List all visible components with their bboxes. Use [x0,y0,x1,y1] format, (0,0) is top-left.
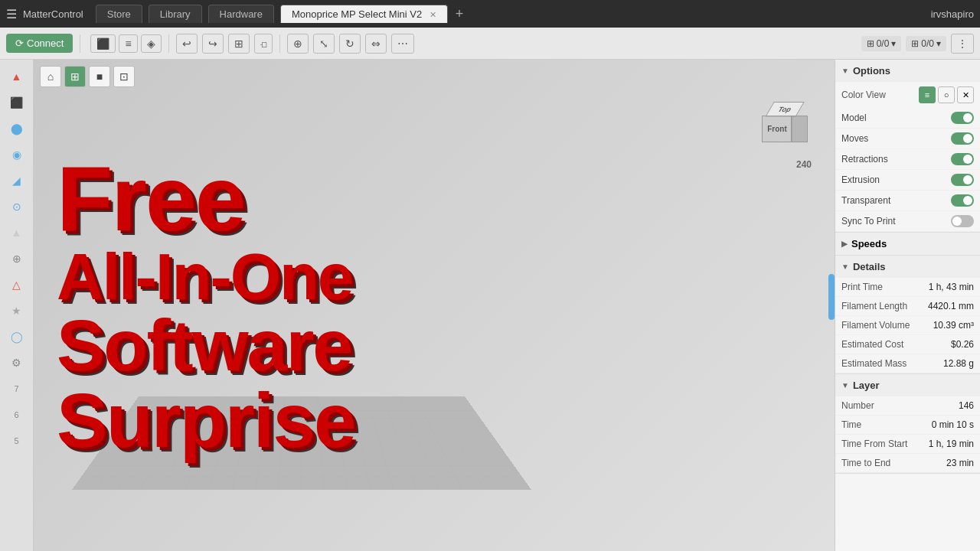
counter1[interactable]: ⊞ 0/0 ▾ [861,36,902,51]
sidebar-wedge[interactable]: ◢ [6,170,28,191]
move-button[interactable]: ⊕ [287,34,309,54]
counter2-icon: ⊞ [911,38,919,49]
layer-header[interactable]: ▼ Layer [835,374,980,396]
layer-number-value: 146 [959,400,974,411]
close-tab-icon[interactable]: ✕ [430,10,436,19]
viewport-solid-btn[interactable]: ■ [89,66,110,87]
details-label: Details [853,261,886,272]
detail-estimated-mass: Estimated Mass 12.88 g [835,354,980,373]
cv-circle-icon[interactable]: ○ [938,86,955,103]
connect-button[interactable]: ⟳ Connect [6,34,73,53]
toggle-extrusion: Extrusion [835,170,980,191]
options-section: ▼ Options Color View ≡ ○ ✕ Model Moves [835,60,980,233]
tab-hardware[interactable]: Hardware [208,5,274,23]
synctoprint-toggle[interactable] [951,215,974,227]
tab-library[interactable]: Library [149,5,202,23]
grid-button[interactable]: ⊞ [228,34,250,54]
speeds-header[interactable]: ▶ Speeds [835,233,980,255]
retractions-toggle[interactable] [951,153,974,165]
undo-button[interactable]: ↩ [176,34,198,54]
layer-timefromstart-label: Time From Start [841,439,929,449]
layer-timetoend-value: 23 min [946,458,974,468]
estimated-cost-label: Estimated Cost [841,339,951,350]
sidebar-num7: 7 [6,378,28,399]
sidebar-arrow[interactable]: △ [6,274,28,295]
redo-button[interactable]: ↪ [202,34,224,54]
detail-filament-volume: Filament Volume 10.39 cm³ [835,316,980,335]
layer-number-row: Number 146 [835,396,980,416]
viewport[interactable]: ⌂ ⊞ ■ ⊡ Top Front 240 Free All-In-One So… [34,60,835,551]
add-tab-button[interactable]: + [456,6,464,22]
counter1-value: 0/0 [877,38,890,49]
view-shape-button[interactable]: ◈ [141,34,162,53]
model-toggle[interactable] [951,112,974,124]
counter2[interactable]: ⊞ 0/0 ▾ [906,36,946,51]
toolbar-sep-3 [279,34,280,53]
estimated-cost-value: $0.26 [951,339,974,350]
details-header[interactable]: ▼ Details [835,256,980,278]
mirror-button[interactable]: ⇔ [365,34,387,54]
grid-floor [72,396,531,490]
title-bar: ☰ MatterControl Store Library Hardware M… [0,0,980,28]
sidebar-donut[interactable]: ◯ [6,326,28,347]
arrange-button[interactable]: ⟤ [254,34,273,54]
cv-x-icon[interactable]: ✕ [957,86,974,103]
filament-length-value: 4420.1 mm [928,301,974,311]
cv-layers-icon[interactable]: ≡ [919,86,936,103]
speeds-label: Speeds [851,238,887,249]
details-expand-icon: ▼ [841,262,849,271]
layer-counter: 240 [796,159,812,170]
sidebar-link[interactable]: ⊕ [6,248,28,269]
sidebar-torus[interactable]: ⊙ [6,196,28,217]
viewport-wire-btn[interactable]: ⊡ [113,66,135,87]
cube-right-face [791,116,808,142]
cube-front-face: Front [762,116,792,142]
viewport-grid-btn[interactable]: ⊞ [64,66,86,87]
nav-cube[interactable]: Top Front [758,98,812,152]
sidebar-cone[interactable]: ▲ [6,222,28,243]
extrusion-toggle[interactable] [951,174,974,186]
layer-label: Layer [853,380,880,391]
view-3d-button[interactable]: ⬛ [90,34,116,53]
toggle-model: Model [835,108,980,129]
estimated-mass-value: 12.88 g [943,358,974,369]
toggle-synctoprint-label: Sync To Print [841,216,951,227]
detail-estimated-cost: Estimated Cost $0.26 [835,335,980,354]
layer-time-value: 0 min 10 s [932,419,974,430]
color-view-row: Color View ≡ ○ ✕ [835,82,980,108]
transparent-toggle[interactable] [951,194,974,207]
toggle-transparent-label: Transparent [841,195,951,206]
sidebar-cube[interactable]: ⬛ [6,92,28,113]
sidebar-triangle[interactable]: ▲ [6,66,28,87]
sidebar-num5: 5 [6,430,28,452]
layer-time-row: Time 0 min 10 s [835,416,980,435]
estimated-mass-label: Estimated Mass [841,358,943,369]
toggle-retractions-label: Retractions [841,154,951,165]
viewport-toolbar: ⌂ ⊞ ■ ⊡ [40,66,135,87]
layer-slider[interactable] [828,274,835,320]
tab-store[interactable]: Store [96,5,142,23]
tab-printer[interactable]: Monoprice MP Select Mini V2 ✕ [280,5,448,23]
layer-time-from-start-row: Time From Start 1 h, 19 min [835,435,980,454]
sidebar-star[interactable]: ★ [6,300,28,321]
moves-toggle[interactable] [951,132,974,145]
layer-timetoend-label: Time to End [841,458,946,468]
sidebar-sphere[interactable]: ◉ [6,144,28,165]
scale-button[interactable]: ⤡ [313,34,335,54]
cube-visual: Top Front [762,102,808,148]
sidebar-gear[interactable]: ⚙ [6,352,28,373]
color-view-label: Color View [841,90,886,100]
layer-number-label: Number [841,400,959,411]
options-header[interactable]: ▼ Options [835,60,980,82]
kebab-button[interactable]: ⋮ [951,34,974,54]
hamburger-menu[interactable]: ☰ [6,7,17,21]
layer-expand-icon: ▼ [841,381,849,390]
rotate-button[interactable]: ↻ [339,34,361,54]
more-button[interactable]: ⋯ [391,34,414,54]
sidebar-cylinder[interactable]: ⬤ [6,118,28,139]
toggle-model-label: Model [841,112,951,123]
left-sidebar: ▲ ⬛ ⬤ ◉ ◢ ⊙ ▲ ⊕ △ ★ ◯ ⚙ 7 6 5 [0,60,34,551]
viewport-home-btn[interactable]: ⌂ [40,66,61,87]
layer-section: ▼ Layer Number 146 Time 0 min 10 s Time … [835,374,980,474]
view-layer-button[interactable]: ≡ [119,34,137,53]
